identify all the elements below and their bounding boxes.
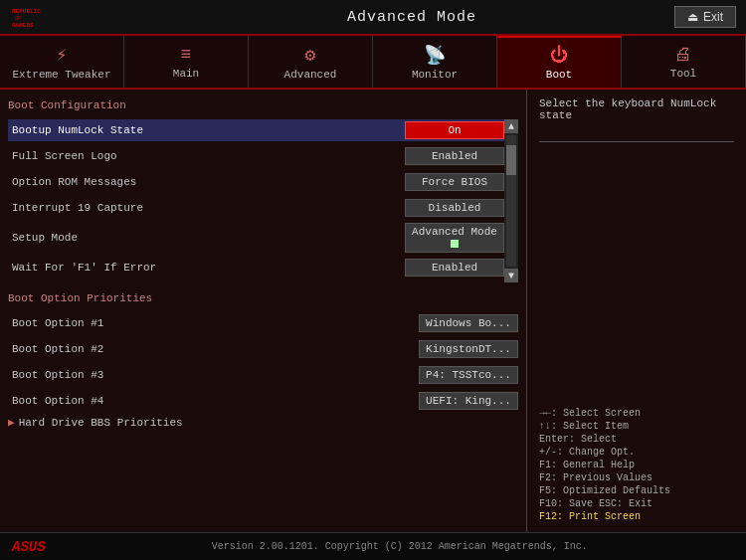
setup-mode-label: Setup Mode — [8, 232, 405, 244]
bootup-numlock-row: Bootup NumLock State On — [8, 119, 504, 141]
boot-option-4-value[interactable]: UEFI: King... — [419, 392, 518, 410]
interrupt-19-value[interactable]: Disabled — [405, 199, 504, 217]
footer: ASUS Version 2.00.1201. Copyright (C) 20… — [0, 532, 746, 560]
boot-config-content: Bootup NumLock State On Full Screen Logo… — [8, 119, 518, 282]
shortcut-change-opt: +/-: Change Opt. — [539, 447, 734, 458]
boot-config-rows: Bootup NumLock State On Full Screen Logo… — [8, 119, 504, 282]
boot-option-3-row: Boot Option #3 P4: TSSTco... — [8, 364, 518, 386]
boot-config-header: Boot Configuration — [8, 97, 518, 113]
boot-option-3-label: Boot Option #3 — [8, 369, 419, 381]
scroll-down-button[interactable]: ▼ — [504, 269, 518, 282]
tab-boot[interactable]: ⏻ Boot — [497, 36, 622, 88]
boot-option-1-label: Boot Option #1 — [8, 317, 419, 329]
scrollbar: ▲ ▼ — [504, 119, 518, 282]
logo-area: REPUBLIC OF GAMERS — [10, 3, 149, 31]
shortcut-f1: F1: General Help — [539, 460, 734, 470]
svg-text:GAMERS: GAMERS — [12, 22, 34, 29]
scroll-track — [506, 135, 516, 267]
hard-drive-bbs-item[interactable]: ▶ Hard Drive BBS Priorities — [8, 416, 518, 429]
tab-monitor-label: Monitor — [412, 69, 458, 81]
tab-extreme-tweaker[interactable]: ⚡ Extreme Tweaker — [0, 36, 124, 88]
full-screen-logo-label: Full Screen Logo — [8, 150, 405, 162]
boot-priorities-section: Boot Option Priorities Boot Option #1 Wi… — [8, 290, 518, 429]
boot-option-1-value[interactable]: Windows Bo... — [419, 314, 518, 332]
help-text: Select the keyboard NumLock state — [539, 97, 734, 121]
option-rom-value[interactable]: Force BIOS — [405, 173, 504, 191]
cursor-indicator — [451, 240, 459, 248]
hard-drive-arrow-icon: ▶ — [8, 416, 15, 429]
tool-icon: 🖨 — [674, 44, 692, 65]
shortcut-f5: F5: Optimized Defaults — [539, 485, 734, 496]
boot-option-2-row: Boot Option #2 KingstonDT... — [8, 338, 518, 360]
page-title: Advanced Mode — [149, 9, 674, 26]
setup-mode-row: Setup Mode Advanced Mode — [8, 223, 504, 253]
tab-tool[interactable]: 🖨 Tool — [622, 36, 746, 88]
boot-option-3-value[interactable]: P4: TSSTco... — [419, 366, 518, 384]
bootup-numlock-value[interactable]: On — [405, 121, 504, 139]
boot-option-1-row: Boot Option #1 Windows Bo... — [8, 312, 518, 334]
tab-advanced[interactable]: ⚙ Advanced — [249, 36, 373, 88]
bootup-numlock-label: Bootup NumLock State — [8, 124, 405, 136]
boot-icon: ⏻ — [550, 45, 568, 66]
exit-button[interactable]: ⏏ Exit — [674, 6, 736, 28]
tab-extreme-tweaker-label: Extreme Tweaker — [12, 69, 110, 81]
option-rom-row: Option ROM Messages Force BIOS — [8, 171, 504, 193]
help-divider — [539, 141, 734, 142]
shortcut-f10: F10: Save ESC: Exit — [539, 498, 734, 509]
scroll-up-button[interactable]: ▲ — [504, 119, 518, 133]
wait-f1-row: Wait For 'F1' If Error Enabled — [8, 257, 504, 279]
tab-main[interactable]: ≡ Main — [124, 36, 249, 88]
exit-icon: ⏏ — [687, 10, 698, 24]
scroll-thumb[interactable] — [506, 145, 516, 175]
boot-priorities-header: Boot Option Priorities — [8, 290, 518, 306]
footer-version-text: Version 2.00.1201. Copyright (C) 2012 Am… — [66, 541, 734, 552]
monitor-icon: 📡 — [424, 44, 446, 66]
main-icon: ≡ — [181, 45, 192, 65]
wait-f1-label: Wait For 'F1' If Error — [8, 262, 405, 274]
hard-drive-bbs-label: Hard Drive BBS Priorities — [19, 417, 183, 429]
boot-option-2-label: Boot Option #2 — [8, 343, 419, 355]
interrupt-19-row: Interrupt 19 Capture Disabled — [8, 197, 504, 219]
boot-option-4-label: Boot Option #4 — [8, 395, 419, 407]
full-screen-logo-row: Full Screen Logo Enabled — [8, 145, 504, 167]
shortcut-select-screen: →←: Select Screen — [539, 408, 734, 419]
boot-option-4-row: Boot Option #4 UEFI: King... — [8, 390, 518, 412]
tab-main-label: Main — [173, 68, 199, 80]
setup-mode-value[interactable]: Advanced Mode — [405, 223, 504, 253]
left-panel: Boot Configuration Bootup NumLock State … — [0, 90, 527, 532]
exit-label: Exit — [703, 10, 723, 24]
full-screen-logo-value[interactable]: Enabled — [405, 147, 504, 165]
boot-option-2-value[interactable]: KingstonDT... — [419, 340, 518, 358]
svg-text:REPUBLIC: REPUBLIC — [12, 8, 41, 15]
asus-logo: ASUS — [12, 539, 46, 555]
interrupt-19-label: Interrupt 19 Capture — [8, 202, 405, 214]
shortcut-select-item: ↑↓: Select Item — [539, 421, 734, 432]
nav-tabs: ⚡ Extreme Tweaker ≡ Main ⚙ Advanced 📡 Mo… — [0, 36, 746, 90]
shortcut-enter: Enter: Select — [539, 434, 734, 445]
tab-tool-label: Tool — [670, 68, 696, 80]
shortcut-f2: F2: Previous Values — [539, 472, 734, 483]
tab-advanced-label: Advanced — [284, 69, 337, 81]
wait-f1-value[interactable]: Enabled — [405, 259, 504, 277]
main-content: Boot Configuration Bootup NumLock State … — [0, 90, 746, 532]
header: REPUBLIC OF GAMERS Advanced Mode ⏏ Exit — [0, 0, 746, 36]
extreme-tweaker-icon: ⚡ — [57, 44, 68, 66]
tab-boot-label: Boot — [546, 69, 572, 81]
rog-logo-icon: REPUBLIC OF GAMERS — [10, 3, 50, 31]
advanced-icon: ⚙ — [305, 44, 316, 66]
right-panel: Select the keyboard NumLock state →←: Se… — [527, 90, 746, 532]
tab-monitor[interactable]: 📡 Monitor — [373, 36, 497, 88]
shortcuts: →←: Select Screen ↑↓: Select Item Enter:… — [539, 408, 734, 524]
option-rom-label: Option ROM Messages — [8, 176, 405, 188]
shortcut-f12: F12: Print Screen — [539, 511, 734, 522]
